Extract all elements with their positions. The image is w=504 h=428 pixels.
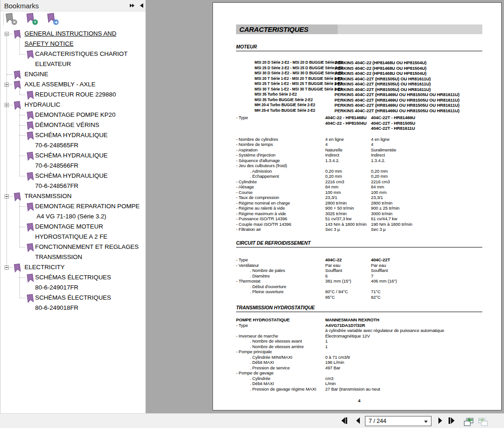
previous-view-button[interactable] xyxy=(462,417,475,425)
bookmark-label[interactable]: SCHÉMAS ÉLECTRIQUES 80-6-249017FR xyxy=(35,272,111,293)
tree-connector xyxy=(19,277,25,278)
spec-value: Sec 3 µ xyxy=(371,227,386,232)
tree-connector xyxy=(19,108,20,176)
spec-value: 23,3/1 xyxy=(371,195,383,200)
document-title: CARACTERISTIQUES xyxy=(239,24,308,34)
spec-value: Indirect xyxy=(325,152,369,158)
bookmark-label[interactable]: TRANSMISSION xyxy=(24,191,72,201)
bookmark-item[interactable]: GENERAL INSTRUCTIONS AND SAFETY NOTICE xyxy=(0,29,146,49)
spec-label: - Taux de compression xyxy=(236,195,279,200)
spec-row: POMPE HYDROSTATIQUEMANNESMANN REXROTH xyxy=(236,317,482,323)
engine-name: PERKINS 404C-22T (HR81505U) OU HR81611U) xyxy=(334,87,431,92)
bookmark-item[interactable]: HYDRAULIC xyxy=(0,100,146,110)
bookmark-item[interactable]: REDUCTEUR ROUE 229880 xyxy=(0,90,146,100)
model-row: MSI 30 D Série 2-E2 - MSI 30 D BUGGIE Sé… xyxy=(236,71,482,76)
spec-value: 1 xyxy=(325,338,480,344)
spec-label: - Régime maximum à vide xyxy=(236,211,286,217)
goto-bookmark-button[interactable]: ➜ xyxy=(46,13,58,25)
delete-bookmark-button[interactable]: ✕ xyxy=(5,13,17,25)
page-navigation-bar: 7 / 244 xyxy=(0,413,504,428)
bookmark-item[interactable]: FONCTIONNEMENT ET REGLAGES TRANSMISSION xyxy=(0,242,146,262)
last-page-button[interactable] xyxy=(447,417,457,425)
spec-row: - Nombre de cylindres4 en ligne4 en lign… xyxy=(236,137,482,142)
bookmark-icon xyxy=(26,243,34,254)
page-number-combobox[interactable]: 7 / 244 xyxy=(365,416,431,426)
engine-name: PERKINS 404C-22T (HR81469U OU HR81505U O… xyxy=(334,108,460,113)
engine-name: PERKINS 404C-22 (HP81468U OU HP81504U) xyxy=(334,66,426,71)
bookmark-label[interactable]: FONCTIONNEMENT ET REGLAGES TRANSMISSION xyxy=(35,242,139,262)
bookmark-label[interactable]: DEMONTAGE MOTEUR HYDROSTATIQUE A 2 FE xyxy=(35,222,108,242)
expand-panel-icon[interactable] xyxy=(129,1,137,10)
bookmark-label[interactable]: SCHÉMAS ÉLECTRIQUES 80-6-249018FR xyxy=(35,293,111,313)
spec-label: - Nombre de cylindres xyxy=(236,137,278,142)
bookmark-item[interactable]: SCHÉMA HYDRAULIQUE 70-6-248567FR xyxy=(0,171,146,191)
bookmark-label[interactable]: GENERAL INSTRUCTIONS AND SAFETY NOTICE xyxy=(24,29,116,49)
spec-value: Suralimentée xyxy=(371,147,396,153)
spec-row: - Thermostat381 mm (15")406 mm (16") xyxy=(236,278,482,284)
model-name: MSI 30 D Série 2-E2 - MSI 30 D BUGGIE Sé… xyxy=(255,71,343,75)
spec-row: - Séquence d'allumage1.3.4.2.1.3.4.2. xyxy=(236,158,482,163)
bookmark-label[interactable]: REDUCTEUR ROUE 229880 xyxy=(35,90,116,100)
dropdown-arrow-icon xyxy=(424,421,428,423)
next-page-button[interactable] xyxy=(436,417,446,425)
spec-label: - Filtration air xyxy=(236,227,261,232)
spec-row: . Échappement0,20 mm0,20 mm xyxy=(236,174,482,179)
bookmark-item[interactable]: DEMONTAGE REPARATION POMPE A4 VG 71-180 … xyxy=(0,201,146,222)
bookmark-label[interactable]: DÉMONTAGE VÉRINS xyxy=(35,120,99,130)
spec-label: . Pression de gavage régime MAXI xyxy=(250,386,316,392)
bookmark-item[interactable]: TRANSMISSION xyxy=(0,191,146,201)
engine-name: PERKINS 404C-22T (HR81469U OU HR81505U O… xyxy=(334,97,460,102)
spec-value: 497 Bar xyxy=(325,365,480,371)
spec-label: - Type xyxy=(236,323,248,328)
spec-value: 381 mm (15") xyxy=(325,278,369,284)
spec-value: Soufflant xyxy=(325,268,369,273)
bookmark-icon xyxy=(26,152,34,163)
bookmark-item[interactable]: CARACTERISTIQUES CHARIOT ELEVATEUR xyxy=(0,49,146,69)
bookmark-label[interactable]: ELECTRICITY xyxy=(24,262,65,272)
spec-value: 2216 cm3 xyxy=(371,179,390,185)
model-row: MH 25-4 Turbo BUGGIE Série 2-E2PERKINS 4… xyxy=(236,108,482,114)
spec-label: - Nombre de temps xyxy=(236,142,273,147)
pdf-page: CARACTERISTIQUES MOTEUR MSI 20 D Série 2… xyxy=(213,2,502,410)
bookmark-item[interactable]: ENGINE xyxy=(0,69,146,79)
bookmark-label[interactable]: DEMONTAGE POMPE KP20 xyxy=(35,110,115,120)
section-heading-cooling: CIRCUIT DE REFROIDISSEMENT xyxy=(236,240,482,247)
bookmark-item[interactable]: SCHÉMAS ÉLECTRIQUES 80-6-249018FR xyxy=(0,293,146,313)
bookmark-item[interactable]: AXLE ASSEMBLY - AXLE xyxy=(0,79,146,90)
bookmark-label[interactable]: SCHÉMA HYDRAULIQUE 70-6-248565FR xyxy=(35,130,108,151)
bookmark-label[interactable]: CARACTERISTIQUES CHARIOT ELEVATEUR xyxy=(35,49,128,69)
spec-label: . Nombre de vitesses arrière xyxy=(250,344,304,350)
toolbar-separator xyxy=(3,12,4,25)
next-view-button[interactable] xyxy=(477,417,490,425)
bookmark-item[interactable]: SCHÉMA HYDRAULIQUE 70-6-248565FR xyxy=(0,130,146,151)
bookmark-label[interactable]: ENGINE xyxy=(24,69,48,79)
spec-value: 0 à 71 cm3/tr xyxy=(325,355,480,360)
bookmark-item[interactable]: SCHÉMAS ÉLECTRIQUES 80-6-249017FR xyxy=(0,272,146,293)
spec-value: 404C-22 xyxy=(325,257,369,263)
bookmark-label[interactable]: HYDRAULIC xyxy=(24,100,60,110)
spec-label: - Alésage xyxy=(236,184,254,190)
spec-value: 404C-22 - HP81468U 404C-22 - HP81504U xyxy=(325,115,369,126)
spec-row: - TypeA4VG71DA1D7/32R xyxy=(236,323,482,328)
spec-row: . Admission0,20 mm0,20 mm xyxy=(236,169,482,174)
bookmark-item[interactable]: DEMONTAGE MOTEUR HYDROSTATIQUE A 2 FE xyxy=(0,222,146,242)
previous-page-button[interactable] xyxy=(354,417,364,425)
bookmark-item[interactable]: DÉMONTAGE VÉRINS xyxy=(0,120,146,130)
bookmark-icon xyxy=(26,50,34,61)
spec-label: - Course xyxy=(236,190,253,195)
model-row: MSI 25 T Série 1-E2 - MSI 25 T BUGGIE Sé… xyxy=(236,81,482,87)
spec-value: 4 xyxy=(371,142,373,147)
bookmark-label[interactable]: DEMONTAGE REPARATION POMPE A4 VG 71-180 … xyxy=(35,201,140,222)
bookmark-item[interactable]: SCHÉMA HYDRAULIQUE 70-6-248566FR xyxy=(0,151,146,171)
first-page-button[interactable] xyxy=(340,417,350,425)
bookmark-icon xyxy=(26,223,34,234)
bookmark-item[interactable]: DEMONTAGE POMPE KP20 xyxy=(0,110,146,120)
bookmarks-toolbar: ✕ + ➜ xyxy=(0,12,146,27)
spec-value: 196 L/min xyxy=(325,360,480,365)
bookmark-item[interactable]: ELECTRICITY xyxy=(0,262,146,272)
new-bookmark-button[interactable]: + xyxy=(25,13,37,25)
spec-row: - Puissance ISO/TR 1439651 cv/37,3 kw61 … xyxy=(236,216,482,222)
bookmark-label[interactable]: SCHÉMA HYDRAULIQUE 70-6-248566FR xyxy=(35,151,108,171)
bookmark-label[interactable]: AXLE ASSEMBLY - AXLE xyxy=(24,79,96,90)
bookmark-label[interactable]: SCHÉMA HYDRAULIQUE 70-6-248567FR xyxy=(35,171,108,191)
